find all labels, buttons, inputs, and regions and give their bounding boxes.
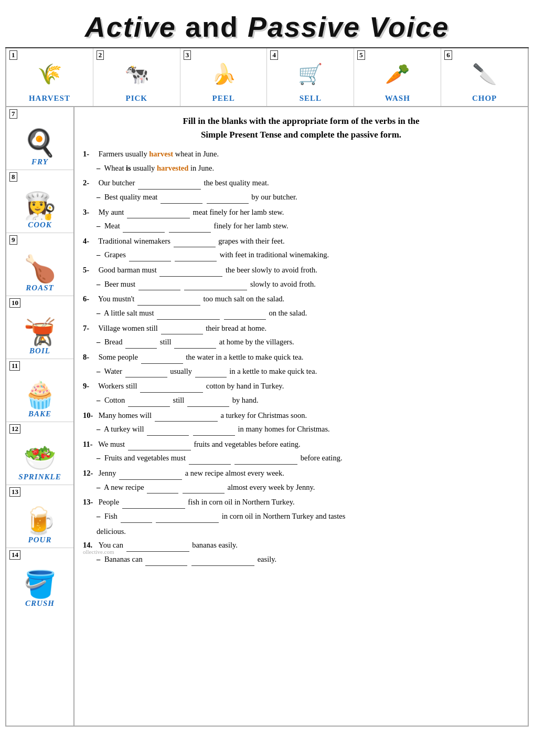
- exercise-2b: – Best quality meat by our butcher.: [97, 191, 519, 204]
- exercise-4b: – Grapes with feet in traditional winema…: [97, 248, 519, 261]
- exercise-6a: 6- You mustn't too much salt on the sala…: [83, 292, 519, 306]
- exercise-13b: – Fish in corn oil in Northern Turkey an…: [97, 510, 519, 523]
- sidebar: 7 🍳 FRY 8 👩‍🍳 COOK 9 🍗 ROAST 10 🫕 BOIL 1…: [6, 107, 74, 726]
- exercise-5b: – Beer must slowly to avoid froth.: [97, 278, 519, 291]
- sidebar-item-cook: 8 👩‍🍳 COOK: [6, 170, 73, 233]
- sidebar-item-bake: 11 🧁 BAKE: [6, 359, 73, 422]
- top-img-4: 4 🛒 SELL: [267, 48, 354, 106]
- exercise-5a: 5- Good barman must the beer slowly to a…: [83, 264, 519, 277]
- top-img-3: 3 🍌 PEEL: [180, 48, 268, 106]
- watermark-text: ollective.com: [83, 547, 114, 557]
- top-image-row: 1 🌾 HARVEST 2 🐄 PICK 3 🍌 PEEL 4 🛒 SELL 5…: [5, 48, 529, 107]
- exercise-1b: – Wheat is usually harvested in June.: [97, 162, 519, 175]
- exercise-11a: 11- We must fruits and vegetables before…: [83, 438, 519, 451]
- exercise-8b: – Water usually in a kettle to make quic…: [97, 365, 519, 378]
- sidebar-item-crush: 14 🪣 CRUSH: [6, 548, 73, 611]
- sidebar-item-roast: 9 🍗 ROAST: [6, 233, 73, 296]
- instruction: Fill in the blanks with the appropriate …: [83, 114, 519, 141]
- sidebar-item-boil: 10 🫕 BOIL: [6, 296, 73, 359]
- exercise-area: Fill in the blanks with the appropriate …: [74, 107, 528, 726]
- exercise-3b: – Meat finely for her lamb stew.: [97, 219, 519, 233]
- main-area: 7 🍳 FRY 8 👩‍🍳 COOK 9 🍗 ROAST 10 🫕 BOIL 1…: [5, 107, 529, 727]
- exercise-14a: 14. ollective.com You can bananas easily…: [83, 539, 519, 552]
- top-img-2: 2 🐄 PICK: [93, 48, 180, 106]
- exercise-7a: 7- Village women still their bread at ho…: [83, 322, 519, 335]
- sidebar-item-fry: 7 🍳 FRY: [6, 107, 73, 170]
- exercise-10b: – A turkey will in many homes for Christ…: [97, 423, 519, 436]
- exercise-11b: – Fruits and vegetables must before eati…: [97, 452, 519, 465]
- top-img-6: 6 🔪 CHOP: [441, 48, 528, 106]
- exercise-7b: – Bread still at home by the villagers.: [97, 335, 519, 349]
- exercise-3a: 3- My aunt meat finely for her lamb stew…: [83, 206, 519, 219]
- exercise-13a: 13- People fish in corn oil in Northern …: [83, 496, 519, 509]
- exercise-12a: 12- Jenny a new recipe almost every week…: [83, 467, 519, 480]
- exercise-10a: 10- Many homes will a turkey for Christm…: [83, 409, 519, 422]
- exercise-1a: 1- Farmers usually harvest wheat in June…: [83, 148, 519, 161]
- page-title: Active and Passive Voice: [5, 5, 529, 48]
- sidebar-item-sprinkle: 12 🥗 SPRINKLE: [6, 422, 73, 485]
- exercise-14b: – Bananas can easily.: [97, 553, 519, 566]
- top-img-5: 5 🥕 WASH: [354, 48, 441, 106]
- exercise-12b: – A new recipe almost every week by Jenn…: [97, 481, 519, 494]
- sidebar-item-pour: 13 🍺 POUR: [6, 485, 73, 548]
- top-img-1: 1 🌾 HARVEST: [6, 48, 93, 106]
- exercise-8a: 8- Some people the water in a kettle to …: [83, 351, 519, 364]
- exercise-9b: – Cotton still by hand.: [97, 394, 519, 407]
- exercise-13c: delicious.: [97, 525, 519, 538]
- exercise-6b: – A little salt must on the salad.: [97, 307, 519, 320]
- exercise-9a: 9- Workers still cotton by hand in Turke…: [83, 380, 519, 393]
- exercise-2a: 2- Our butcher the best quality meat.: [83, 176, 519, 190]
- exercise-4a: 4- Traditional winemakers grapes with th…: [83, 235, 519, 248]
